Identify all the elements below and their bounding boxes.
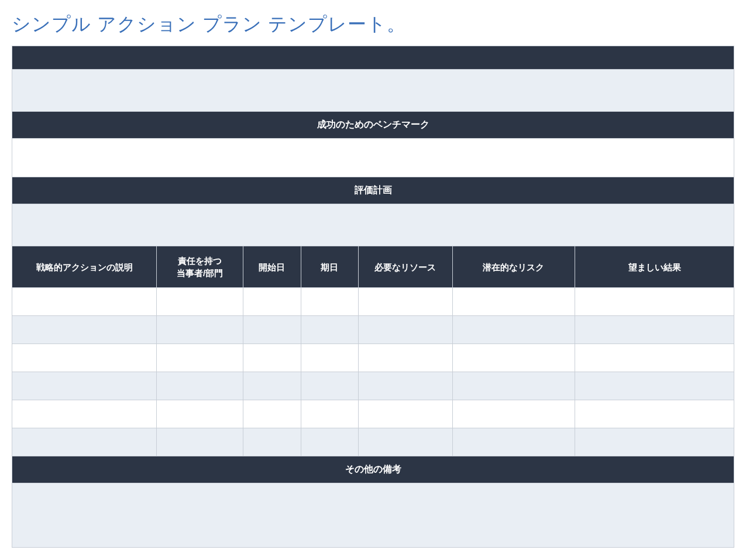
cell-resources[interactable] <box>359 316 452 344</box>
cell-outcome[interactable] <box>575 344 734 372</box>
table-row <box>12 372 734 400</box>
cell-action-desc[interactable] <box>12 428 157 456</box>
cell-action-desc[interactable] <box>12 316 157 344</box>
table-row <box>12 428 734 456</box>
cell-risks[interactable] <box>452 316 575 344</box>
page-title: シンプル アクション プラン テンプレート。 <box>12 12 734 37</box>
cell-due-date[interactable] <box>301 372 359 400</box>
cell-start-date[interactable] <box>243 400 301 428</box>
cell-start-date[interactable] <box>243 344 301 372</box>
col-start-date: 開始日 <box>243 246 301 288</box>
top-blank-row[interactable] <box>12 70 734 112</box>
table-row <box>12 288 734 316</box>
cell-responsible[interactable] <box>157 372 243 400</box>
evaluation-body[interactable] <box>12 204 734 246</box>
cell-risks[interactable] <box>452 288 575 316</box>
cell-resources[interactable] <box>359 288 452 316</box>
cell-resources[interactable] <box>359 372 452 400</box>
evaluation-header: 評価計画 <box>12 177 734 204</box>
cell-start-date[interactable] <box>243 372 301 400</box>
cell-responsible[interactable] <box>157 316 243 344</box>
table-row <box>12 316 734 344</box>
cell-risks[interactable] <box>452 428 575 456</box>
cell-responsible[interactable] <box>157 400 243 428</box>
cell-responsible[interactable] <box>157 428 243 456</box>
action-plan-sheet: 成功のためのベンチマーク 評価計画 戦略的アクションの説明 責任を持つ当事者/部… <box>12 46 734 548</box>
cell-responsible[interactable] <box>157 288 243 316</box>
cell-due-date[interactable] <box>301 400 359 428</box>
cell-due-date[interactable] <box>301 316 359 344</box>
cell-start-date[interactable] <box>243 428 301 456</box>
col-resources: 必要なリソース <box>359 246 452 288</box>
cell-due-date[interactable] <box>301 344 359 372</box>
cell-due-date[interactable] <box>301 288 359 316</box>
cell-responsible[interactable] <box>157 344 243 372</box>
cell-due-date[interactable] <box>301 428 359 456</box>
benchmark-header: 成功のためのベンチマーク <box>12 112 734 139</box>
cell-start-date[interactable] <box>243 316 301 344</box>
action-table-header-row: 戦略的アクションの説明 責任を持つ当事者/部門 開始日 期日 必要なリソース 潜… <box>12 246 734 288</box>
cell-action-desc[interactable] <box>12 288 157 316</box>
cell-resources[interactable] <box>359 400 452 428</box>
cell-action-desc[interactable] <box>12 372 157 400</box>
cell-action-desc[interactable] <box>12 344 157 372</box>
cell-outcome[interactable] <box>575 400 734 428</box>
table-row <box>12 344 734 372</box>
col-responsible: 責任を持つ当事者/部門 <box>157 246 243 288</box>
table-row <box>12 400 734 428</box>
cell-outcome[interactable] <box>575 288 734 316</box>
cell-outcome[interactable] <box>575 372 734 400</box>
cell-resources[interactable] <box>359 344 452 372</box>
col-outcome: 望ましい結果 <box>575 246 734 288</box>
action-table: 戦略的アクションの説明 責任を持つ当事者/部門 開始日 期日 必要なリソース 潜… <box>12 246 734 456</box>
col-action-desc: 戦略的アクションの説明 <box>12 246 157 288</box>
cell-outcome[interactable] <box>575 316 734 344</box>
cell-outcome[interactable] <box>575 428 734 456</box>
cell-risks[interactable] <box>452 372 575 400</box>
cell-risks[interactable] <box>452 344 575 372</box>
benchmark-body[interactable] <box>12 139 734 177</box>
cell-resources[interactable] <box>359 428 452 456</box>
col-due-date: 期日 <box>301 246 359 288</box>
col-risks: 潜在的なリスク <box>452 246 575 288</box>
cell-start-date[interactable] <box>243 288 301 316</box>
cell-action-desc[interactable] <box>12 400 157 428</box>
notes-header: その他の備考 <box>12 456 734 483</box>
top-dark-bar <box>12 46 734 70</box>
cell-risks[interactable] <box>452 400 575 428</box>
notes-body[interactable] <box>12 483 734 548</box>
